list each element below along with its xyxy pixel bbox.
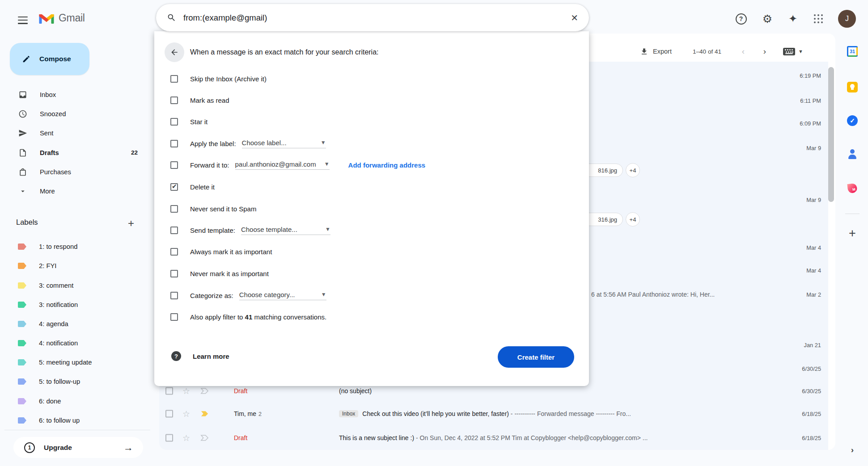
rail-divider — [845, 214, 860, 214]
sidebar-label-1-to-respond[interactable]: 1: to respond — [5, 237, 148, 256]
sidebar-item-sent[interactable]: Sent — [5, 123, 148, 143]
checkbox[interactable] — [170, 75, 178, 83]
upgrade-button[interactable]: 1 Upgrade → — [13, 437, 143, 458]
arrow-right-icon: → — [123, 442, 133, 453]
sidebar-label-2-fyi[interactable]: 2: FYI — [5, 256, 148, 275]
checkbox[interactable] — [170, 292, 178, 299]
checkbox[interactable] — [170, 97, 178, 104]
input-tools-keyboard-icon[interactable]: ▼ — [783, 45, 803, 58]
add-forwarding-address-link[interactable]: Add forwarding address — [348, 161, 426, 169]
sidebar-label-5-meeting-update[interactable]: 5: meeting update — [5, 353, 148, 372]
filter-option-send-template: Send template: Choose template... ▼ — [154, 220, 589, 240]
mail-row-draft-new-subject[interactable]: ☆ Draft This is a new subject line :) - … — [159, 426, 828, 450]
label-tag-icon — [18, 398, 26, 404]
download-icon — [640, 47, 648, 56]
hide-side-panel-chevron-icon[interactable]: › — [851, 445, 854, 455]
sidebar-item-purchases[interactable]: Purchases — [5, 162, 148, 181]
star-icon[interactable]: ☆ — [182, 408, 190, 419]
sidebar-label-3-notification[interactable]: 3: notification — [5, 295, 148, 314]
sidebar-item-drafts[interactable]: Drafts 22 — [5, 143, 148, 162]
profile-avatar[interactable]: J — [838, 10, 856, 28]
importance-marker-icon[interactable] — [200, 409, 209, 418]
choose-label-dropdown[interactable]: Choose label... ▼ — [242, 139, 326, 148]
sidebar-label-5-to-follow-up[interactable]: 5: to follow-up — [5, 372, 148, 391]
help-circle-icon: ? — [171, 351, 181, 361]
checkbox[interactable] — [170, 270, 178, 277]
more-attachments-chip[interactable]: +4 — [626, 212, 640, 227]
google-one-icon: 1 — [24, 442, 35, 453]
filter-option-apply-label: Apply the label: Choose label... ▼ — [154, 134, 589, 153]
checkbox[interactable] — [170, 183, 178, 191]
create-label-plus-icon[interactable]: + — [128, 217, 134, 230]
settings-gear-icon[interactable]: ⚙ — [758, 10, 776, 28]
filter-options-dialog: When a message is an exact match for you… — [154, 31, 589, 386]
filter-option-never-spam: Never send it to Spam — [154, 199, 589, 218]
inbox-icon — [18, 90, 28, 99]
gmail-app: Gmail ? ⚙ ✦ J ✕ When a message is an exa… — [0, 0, 868, 466]
create-filter-button[interactable]: Create filter — [498, 346, 574, 368]
gmail-logo-icon — [38, 12, 55, 25]
gemini-sparkle-icon[interactable]: ✦ — [784, 10, 802, 28]
pagination-range: 1–40 of 41 — [678, 45, 736, 58]
search-input[interactable] — [182, 13, 571, 23]
filter-option-forward: Forward it to: paul.anthonioz@gmail.com … — [154, 155, 589, 175]
search-bar[interactable]: ✕ — [156, 4, 589, 31]
newer-page-chevron-icon[interactable]: ‹ — [735, 45, 751, 58]
select-checkbox[interactable] — [165, 387, 173, 395]
label-tag-icon — [18, 321, 26, 327]
checkbox[interactable] — [170, 205, 178, 213]
checkbox[interactable] — [170, 227, 178, 234]
checkbox[interactable] — [170, 248, 178, 256]
older-page-chevron-icon[interactable]: › — [757, 45, 773, 58]
sidebar-label-3-comment[interactable]: 3: comment — [5, 276, 148, 295]
more-attachments-chip[interactable]: +4 — [626, 163, 640, 177]
choose-template-dropdown[interactable]: Choose template... ▼ — [241, 226, 330, 235]
label-tag-icon — [18, 263, 26, 269]
sidebar-label-4-notification[interactable]: 4: notification — [5, 334, 148, 353]
star-icon[interactable]: ☆ — [182, 433, 190, 443]
keep-icon[interactable] — [847, 82, 858, 92]
checkbox[interactable] — [170, 161, 178, 169]
dropdown-caret-icon: ▼ — [324, 161, 330, 167]
filter-option-star-it: Star it — [154, 112, 589, 131]
sidebar-label-6-done[interactable]: 6: done — [5, 392, 148, 411]
calendar-icon[interactable]: 31 — [847, 46, 858, 57]
help-icon[interactable]: ? — [732, 10, 750, 28]
pencil-icon — [21, 54, 31, 64]
label-tag-icon — [18, 340, 26, 346]
comet-addon-icon[interactable] — [848, 184, 857, 193]
forward-address-dropdown[interactable]: paul.anthonioz@gmail.com ▼ — [235, 160, 330, 170]
mail-row-tim-video[interactable]: ☆ Tim, me2 InboxCheck out this video (it… — [159, 401, 828, 426]
checkbox[interactable] — [170, 118, 178, 126]
tasks-icon[interactable]: ✓ — [847, 115, 858, 126]
checkbox[interactable] — [170, 140, 178, 147]
clear-search-icon[interactable]: ✕ — [571, 13, 578, 23]
learn-more-link[interactable]: Learn more — [193, 353, 229, 360]
checkbox[interactable] — [170, 313, 178, 321]
select-checkbox[interactable] — [165, 410, 173, 417]
select-checkbox[interactable] — [165, 434, 173, 442]
filter-option-delete-it: Delete it — [154, 177, 589, 197]
choose-category-dropdown[interactable]: Choose category... ▼ — [239, 291, 326, 300]
sidebar-label-6-to-follow-up[interactable]: 6: to follow up — [5, 411, 148, 430]
send-icon — [18, 129, 28, 138]
filter-option-always-important: Always mark it as important — [154, 242, 589, 261]
main-menu-icon[interactable] — [17, 13, 30, 26]
sidebar-item-more[interactable]: More — [5, 181, 148, 201]
contacts-icon[interactable] — [847, 149, 858, 160]
sidebar-label-4-agenda[interactable]: 4: agenda — [5, 315, 148, 333]
star-icon[interactable]: ☆ — [182, 386, 190, 396]
gmail-wordmark: Gmail — [59, 12, 85, 24]
google-apps-grid-icon[interactable] — [809, 10, 827, 28]
sidebar-item-snoozed[interactable]: Snoozed — [5, 104, 148, 123]
shopping-bag-icon — [18, 168, 28, 176]
sidebar-item-inbox[interactable]: Inbox — [5, 85, 148, 104]
list-scrollbar[interactable] — [828, 67, 834, 202]
label-tag-icon — [18, 417, 26, 424]
importance-marker-icon[interactable] — [200, 434, 209, 442]
export-button[interactable]: Export — [640, 45, 672, 58]
compose-button[interactable]: Compose — [10, 43, 89, 75]
importance-marker-icon[interactable] — [200, 387, 209, 395]
get-add-ons-plus-icon[interactable]: + — [849, 227, 856, 240]
label-tag-icon — [18, 359, 26, 365]
